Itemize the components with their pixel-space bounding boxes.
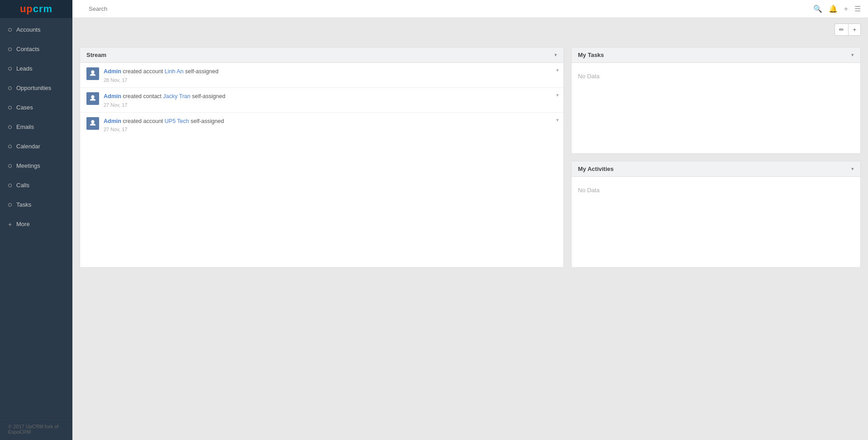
search-input[interactable] [89, 5, 179, 12]
nav-dot-opportunities [8, 86, 12, 90]
nav-dot-cases [8, 106, 12, 109]
sidebar: upcrm Accounts Contacts Leads Opportunit… [0, 0, 72, 440]
stream-text: Admin created account Linh An self-assig… [104, 67, 557, 76]
sidebar-item-label-meetings: Meetings [16, 162, 40, 169]
stream-suffix-1: self-assigned [184, 68, 219, 75]
edit-dashboard-button[interactable]: ✏ [835, 24, 848, 36]
topbar-actions: 🔍 🔔 + ☰ [813, 5, 861, 13]
logo-crm: crm [33, 3, 52, 14]
bell-icon[interactable]: 🔔 [829, 5, 838, 13]
admin-link-1[interactable]: Admin [104, 68, 121, 75]
avatar [86, 67, 99, 80]
stream-suffix-3: self-assigned [189, 118, 224, 124]
activities-no-data: No Data [578, 183, 854, 197]
sidebar-item-calls[interactable]: Calls [0, 175, 72, 195]
footer-text: © 2017 UpCRM fork of EspoCRM [8, 424, 58, 435]
stream-content: Admin created account Linh An self-assig… [104, 67, 557, 83]
sidebar-item-tasks[interactable]: Tasks [0, 195, 72, 214]
sidebar-item-emails[interactable]: Emails [0, 117, 72, 137]
sidebar-item-label-cases: Cases [16, 104, 33, 111]
main-wrapper: ✏ + Stream ▾ [72, 18, 868, 440]
tasks-panel-dropdown[interactable]: ▾ [851, 52, 854, 58]
search-icon[interactable]: 🔍 [813, 5, 822, 13]
stream-panel: Stream ▾ Admin created account Linh An s… [80, 47, 564, 268]
sidebar-item-label-emails: Emails [16, 123, 34, 130]
sidebar-item-label-opportunities: Opportunities [16, 85, 51, 91]
sidebar-item-calendar[interactable]: Calendar [0, 137, 72, 156]
sidebar-item-label-accounts: Accounts [16, 26, 40, 33]
sidebar-item-label-calls: Calls [16, 182, 29, 189]
nav-dot-meetings [8, 164, 12, 168]
nav-dot-emails [8, 125, 12, 129]
nav-dot-calendar [8, 145, 12, 148]
activities-panel-body: No Data [572, 177, 860, 267]
stream-date-1: 28 Nov, 17 [104, 77, 557, 83]
nav-dot-calls [8, 184, 12, 187]
nav-dot-tasks [8, 203, 12, 207]
sidebar-item-label-contacts: Contacts [16, 46, 39, 52]
stream-suffix-2: self-assigned [191, 93, 225, 99]
topbar-search [89, 5, 813, 12]
dashboard-grid: Stream ▾ Admin created account Linh An s… [80, 47, 861, 268]
nav-dot-contacts [8, 47, 12, 51]
avatar [86, 92, 99, 105]
stream-item: Admin created contact Jacky Tran self-as… [80, 88, 563, 113]
menu-icon[interactable]: ☰ [854, 5, 861, 13]
entity-link-2[interactable]: Jacky Tran [163, 93, 190, 99]
sidebar-item-accounts[interactable]: Accounts [0, 20, 72, 39]
activities-panel-header: My Activities ▾ [572, 161, 860, 177]
stream-panel-dropdown[interactable]: ▾ [554, 52, 557, 58]
nav-dot-leads [8, 67, 12, 71]
add-dashboard-button[interactable]: + [848, 24, 861, 36]
sidebar-item-meetings[interactable]: Meetings [0, 156, 72, 175]
logo-up: up [20, 3, 33, 14]
tasks-no-data: No Data [578, 69, 854, 83]
sidebar-item-label-calendar: Calendar [16, 143, 40, 150]
stream-date-2: 27 Nov, 17 [104, 102, 557, 108]
admin-link-3[interactable]: Admin [104, 118, 121, 124]
sidebar-item-more[interactable]: + More [0, 214, 72, 234]
stream-content: Admin created contact Jacky Tran self-as… [104, 92, 557, 108]
stream-item-menu-2[interactable]: ▾ [556, 92, 559, 98]
stream-action-3: created account [121, 118, 165, 124]
stream-item: Admin created account Linh An self-assig… [80, 63, 563, 88]
content-area: ✏ + Stream ▾ [72, 18, 868, 440]
topbar: ☰ 🔍 🔔 + ☰ [0, 0, 868, 18]
nav-items: Accounts Contacts Leads Opportunities Ca… [0, 18, 72, 418]
stream-item-menu-1[interactable]: ▾ [556, 67, 559, 73]
entity-link-1[interactable]: Linh An [165, 68, 184, 75]
tasks-panel-title: My Tasks [578, 52, 604, 58]
stream-action-2: created contact [121, 93, 163, 99]
activities-panel: My Activities ▾ No Data [571, 161, 861, 268]
stream-text: Admin created contact Jacky Tran self-as… [104, 92, 557, 101]
logo: upcrm [0, 0, 72, 18]
panel-right: My Tasks ▾ No Data My Activities ▾ No Da… [571, 47, 861, 268]
sidebar-item-label-more: More [16, 221, 30, 227]
entity-link-3[interactable]: UP5 Tech [165, 118, 189, 124]
tasks-panel: My Tasks ▾ No Data [571, 47, 861, 154]
activities-panel-title: My Activities [578, 166, 614, 172]
sidebar-item-label-tasks: Tasks [16, 201, 31, 208]
stream-date-3: 27 Nov, 17 [104, 127, 557, 132]
sidebar-item-label-leads: Leads [16, 65, 32, 72]
stream-panel-title: Stream [86, 52, 106, 58]
tasks-panel-header: My Tasks ▾ [572, 47, 860, 63]
tasks-panel-body: No Data [572, 63, 860, 153]
sidebar-item-leads[interactable]: Leads [0, 59, 72, 78]
sidebar-item-contacts[interactable]: Contacts [0, 39, 72, 59]
sidebar-item-cases[interactable]: Cases [0, 98, 72, 117]
dashboard-actions: ✏ + [835, 24, 861, 36]
add-icon[interactable]: + [844, 5, 848, 13]
sidebar-item-opportunities[interactable]: Opportunities [0, 78, 72, 98]
plus-icon: + [8, 222, 12, 226]
stream-item-menu-3[interactable]: ▾ [556, 117, 559, 123]
nav-dot-accounts [8, 28, 12, 32]
stream-item: Admin created account UP5 Tech self-assi… [80, 113, 563, 137]
stream-panel-header: Stream ▾ [80, 47, 563, 63]
stream-text: Admin created account UP5 Tech self-assi… [104, 117, 557, 126]
stream-action-1: created account [121, 68, 165, 75]
activities-panel-dropdown[interactable]: ▾ [851, 166, 854, 172]
avatar [86, 117, 99, 130]
admin-link-2[interactable]: Admin [104, 93, 121, 99]
stream-content: Admin created account UP5 Tech self-assi… [104, 117, 557, 132]
